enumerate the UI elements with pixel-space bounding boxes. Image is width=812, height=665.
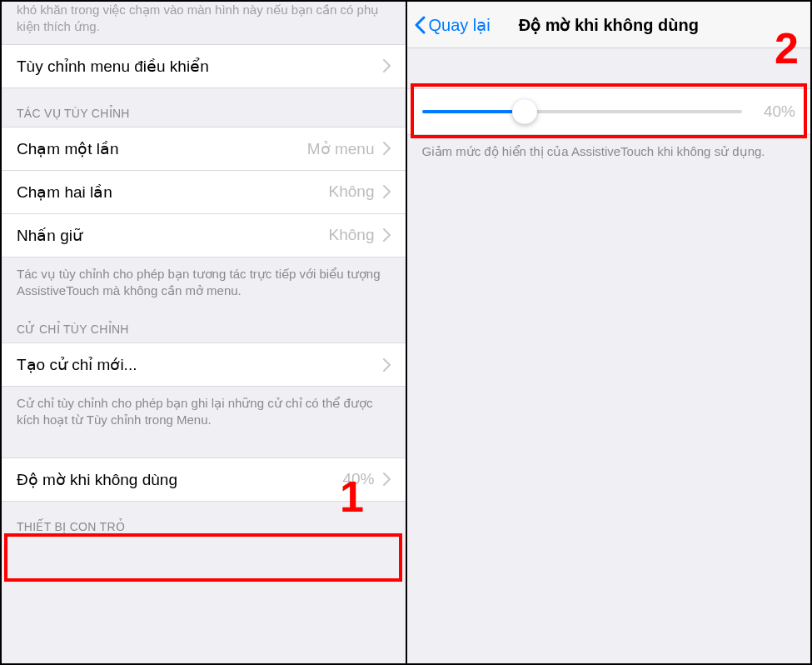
nav-bar: Quay lại Độ mờ khi không dùng <box>407 2 811 48</box>
long-press-value: Không <box>329 226 375 244</box>
slider-thumb[interactable] <box>512 99 537 124</box>
chevron-right-icon <box>383 59 391 72</box>
custom-actions-header: TÁC VỤ TÙY CHỈNH <box>2 88 406 127</box>
chevron-right-icon <box>383 472 391 486</box>
single-tap-value: Mở menu <box>307 139 375 158</box>
single-tap-label: Chạm một lần <box>17 139 307 158</box>
page-title: Độ mờ khi không dùng <box>519 15 699 35</box>
opacity-slider-row: 40% <box>407 88 811 135</box>
long-press-label: Nhấn giữ <box>17 226 329 245</box>
chevron-right-icon <box>383 358 391 372</box>
settings-right-pane: Quay lại Độ mờ khi không dùng 40% Giảm m… <box>407 2 811 663</box>
custom-actions-footer: Tác vụ tùy chỉnh cho phép bạn tương tác … <box>2 258 406 305</box>
idle-opacity-label: Độ mờ khi không dùng <box>17 470 342 489</box>
slider-footer: Giảm mức độ hiển thị của AssistiveTouch … <box>407 135 811 165</box>
slider-percent-label: 40% <box>754 102 795 121</box>
create-gesture-label: Tạo cử chỉ mới... <box>17 355 383 374</box>
customize-menu-row[interactable]: Tùy chỉnh menu điều khiển <box>2 44 406 88</box>
customize-menu-label: Tùy chỉnh menu điều khiển <box>17 57 383 76</box>
double-tap-value: Không <box>329 182 375 201</box>
double-tap-label: Chạm hai lần <box>17 182 329 202</box>
annotation-number-2: 2 <box>775 27 799 70</box>
single-tap-row[interactable]: Chạm một lần Mở menu <box>2 127 406 171</box>
custom-gestures-header: CỬ CHỈ TÙY CHỈNH <box>2 304 406 342</box>
annotation-highlight-1 <box>4 533 402 582</box>
settings-left-pane: khó khăn trong việc chạm vào màn hình nà… <box>2 2 407 663</box>
chevron-right-icon <box>383 142 391 155</box>
chevron-left-icon <box>414 16 426 34</box>
create-gesture-row[interactable]: Tạo cử chỉ mới... <box>2 342 406 387</box>
chevron-right-icon <box>383 228 391 242</box>
double-tap-row[interactable]: Chạm hai lần Không <box>2 171 406 214</box>
custom-gestures-footer: Cử chỉ tùy chỉnh cho phép bạn ghi lại nh… <box>2 387 406 434</box>
chevron-right-icon <box>383 185 391 198</box>
intro-text: khó khăn trong việc chạm vào màn hình nà… <box>2 2 406 44</box>
annotation-number-1: 1 <box>340 475 364 518</box>
opacity-slider[interactable] <box>422 110 743 113</box>
long-press-row[interactable]: Nhấn giữ Không <box>2 214 406 258</box>
back-label: Quay lại <box>429 15 491 35</box>
slider-fill <box>422 110 525 113</box>
back-button[interactable]: Quay lại <box>414 15 491 35</box>
